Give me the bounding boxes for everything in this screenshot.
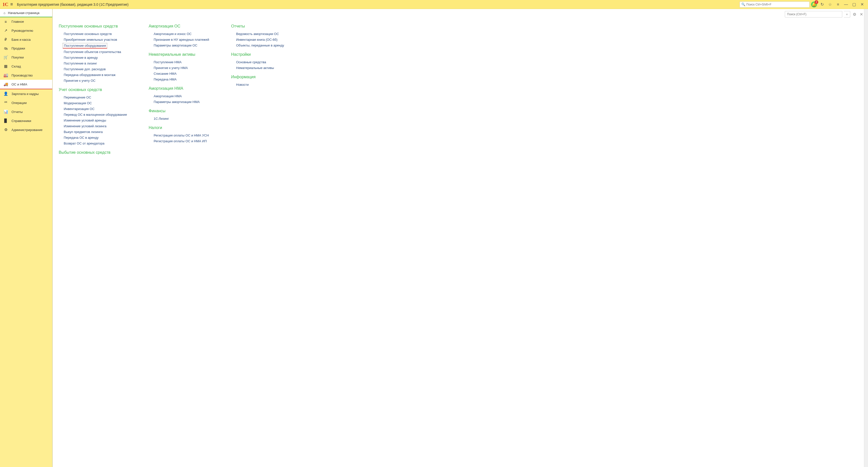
group-heading[interactable]: Нематериальные активы <box>149 52 228 57</box>
sidebar-item-label: Операции <box>11 101 27 105</box>
sidebar-icon: ▉ <box>3 118 8 123</box>
sidebar-item-4[interactable]: 🛒Покупки <box>0 53 52 62</box>
sidebar-item-0[interactable]: ≡Главное <box>0 17 52 26</box>
sidebar-item-label: Руководителю <box>11 29 33 32</box>
group-items: 1С:Лизинг <box>149 116 228 121</box>
nav-link[interactable]: Изменение условий лизинга <box>64 123 146 129</box>
nav-link[interactable]: Амортизация НМА <box>154 93 228 99</box>
settings-icon[interactable]: ⚙ <box>852 12 857 17</box>
nav-link[interactable]: Приобретение земельных участков <box>64 37 146 42</box>
nav-link[interactable]: Признание в НУ арендных платежей <box>154 37 228 42</box>
nav-link[interactable]: 1С:Лизинг <box>154 116 228 121</box>
nav-link[interactable]: Поступление оборудования <box>63 43 107 49</box>
sidebar-icon: 🚚 <box>3 82 8 87</box>
group-heading[interactable]: Настройки <box>231 52 301 57</box>
group: ИнформацияНовости <box>231 75 301 88</box>
nav-link[interactable]: Списание НМА <box>154 71 228 77</box>
titlebar: 1C ≡ Бухгалтерия предприятия (базовая), … <box>0 0 868 9</box>
sidebar-item-12[interactable]: ⚙Администрирование <box>0 125 52 134</box>
panel-search-input[interactable] <box>785 11 842 18</box>
nav-link[interactable]: Основные средства <box>236 59 301 65</box>
sidebar-item-8[interactable]: 👤Зарплата и кадры <box>0 89 52 98</box>
menu-icon[interactable]: ≡ <box>10 2 13 7</box>
notifications-button[interactable]: 🔔 2 <box>810 1 817 8</box>
nav-link[interactable]: Поступление в аренду <box>64 55 146 60</box>
sidebar-item-label: Главное <box>11 20 24 24</box>
nav-link[interactable]: Модернизация ОС <box>64 100 146 106</box>
global-search-input[interactable] <box>746 3 808 6</box>
sidebar-item-label: Зарплата и кадры <box>11 92 39 96</box>
group: Амортизация ОСАмортизация и износ ОСПриз… <box>149 24 228 48</box>
group: НастройкиОсновные средстваНематериальные… <box>231 52 301 71</box>
nav-link[interactable]: Нематериальные активы <box>236 65 301 71</box>
sidebar-item-6[interactable]: 🏭Производство <box>0 71 52 80</box>
nav-link[interactable]: Регистрация оплаты ОС и НМА ИП <box>154 138 228 144</box>
group-items: Поступление НМАПринятие к учету НМАСписа… <box>149 59 228 82</box>
sidebar-item-label: Отчеты <box>11 110 23 114</box>
panel-search-clear[interactable]: × <box>844 11 850 18</box>
nav-link[interactable]: Поступление доп. расходов <box>64 66 146 72</box>
favorites-icon[interactable]: ☆ <box>827 1 834 8</box>
nav-link[interactable]: Амортизация и износ ОС <box>154 31 228 37</box>
group-heading[interactable]: Амортизация ОС <box>149 24 228 29</box>
lines-icon[interactable]: ≡ <box>835 1 841 8</box>
sidebar-item-1[interactable]: ↗Руководителю <box>0 26 52 35</box>
nav-link[interactable]: Новости <box>236 82 301 88</box>
sidebar-item-11[interactable]: ▉Справочники <box>0 116 52 125</box>
nav-link[interactable]: Поступление объектов строительства <box>64 49 146 55</box>
group-items: Ведомость амортизации ОСИнвентарная книг… <box>231 31 301 48</box>
group-items: Поступление основных средствПриобретение… <box>59 31 146 84</box>
group-items: Перемещение ОСМодернизация ОСИнвентариза… <box>59 94 146 146</box>
nav-link[interactable]: Перевод ОС в малоценное оборудование <box>64 112 146 117</box>
sidebar-item-2[interactable]: ₽Банк и касса <box>0 35 52 44</box>
sidebar-item-5[interactable]: ▦Склад <box>0 62 52 71</box>
group-items: Регистрация оплаты ОС и НМА УСНРегистрац… <box>149 133 228 144</box>
nav-link[interactable]: Выкуп предметов лизинга <box>64 129 146 135</box>
scrollbar[interactable] <box>864 9 868 467</box>
nav-link[interactable]: Объекты, переданные в аренду <box>236 42 301 48</box>
logo-1c: 1C <box>2 2 8 7</box>
group-heading[interactable]: Информация <box>231 75 301 79</box>
group-heading[interactable]: Поступление основных средств <box>59 24 146 29</box>
nav-link[interactable]: Принятие к учету НМА <box>154 65 228 71</box>
nav-link[interactable]: Поступление НМА <box>154 59 228 65</box>
nav-link[interactable]: Передача ОС в аренду <box>64 135 146 141</box>
main-toolbar: × ⚙ ✕ <box>785 11 864 18</box>
close-button[interactable]: ✕ <box>859 1 866 8</box>
start-page-tab[interactable]: ⌂ Начальная страница <box>0 9 52 17</box>
group: Финансы1С:Лизинг <box>149 109 228 121</box>
sidebar-item-9[interactable]: ᴬᴷОперации <box>0 98 52 107</box>
minimize-button[interactable]: — <box>842 1 849 8</box>
group-heading[interactable]: Налоги <box>149 125 228 130</box>
panel-close-icon[interactable]: ✕ <box>859 12 864 17</box>
nav-link[interactable]: Поступление в лизинг <box>64 60 146 66</box>
group-heading[interactable]: Отчеты <box>231 24 301 29</box>
sidebar-item-3[interactable]: 🛍Продажи <box>0 44 52 53</box>
group-heading[interactable]: Выбытие основных средств <box>59 150 146 155</box>
sidebar-icon: ≡ <box>3 20 8 24</box>
nav-link[interactable]: Возврат ОС от арендатора <box>64 141 146 146</box>
maximize-button[interactable]: ▢ <box>850 1 858 8</box>
search-icon: 🔍 <box>741 2 745 6</box>
nav-link[interactable]: Принятие к учету ОС <box>64 78 146 84</box>
group-heading[interactable]: Амортизация НМА <box>149 86 228 91</box>
nav-link[interactable]: Ведомость амортизации ОС <box>236 31 301 37</box>
nav-link[interactable]: Передача оборудования в монтаж <box>64 72 146 78</box>
sidebar-item-label: Администрирование <box>11 128 42 132</box>
nav-link[interactable]: Инвентаризация ОС <box>64 106 146 112</box>
global-search[interactable]: 🔍 <box>740 1 809 7</box>
history-icon[interactable]: ↻ <box>818 1 826 8</box>
nav-link[interactable]: Параметры амортизации НМА <box>154 99 228 105</box>
nav-link[interactable]: Регистрация оплаты ОС и НМА УСН <box>154 133 228 138</box>
nav-link[interactable]: Параметры амортизации ОС <box>154 42 228 48</box>
content-column-2: ОтчетыВедомость амортизации ОСИнвентарна… <box>231 24 301 161</box>
sidebar-item-7[interactable]: 🚚ОС и НМА <box>0 80 52 89</box>
nav-link[interactable]: Перемещение ОС <box>64 94 146 100</box>
nav-link[interactable]: Инвентарная книга (ОС-6б) <box>236 37 301 42</box>
group-heading[interactable]: Финансы <box>149 109 228 113</box>
nav-link[interactable]: Поступление основных средств <box>64 31 146 37</box>
sidebar-item-10[interactable]: 📊Отчеты <box>0 107 52 116</box>
nav-link[interactable]: Передача НМА <box>154 77 228 82</box>
group-heading[interactable]: Учет основных средств <box>59 88 146 92</box>
nav-link[interactable]: Изменение условий аренды <box>64 117 146 123</box>
